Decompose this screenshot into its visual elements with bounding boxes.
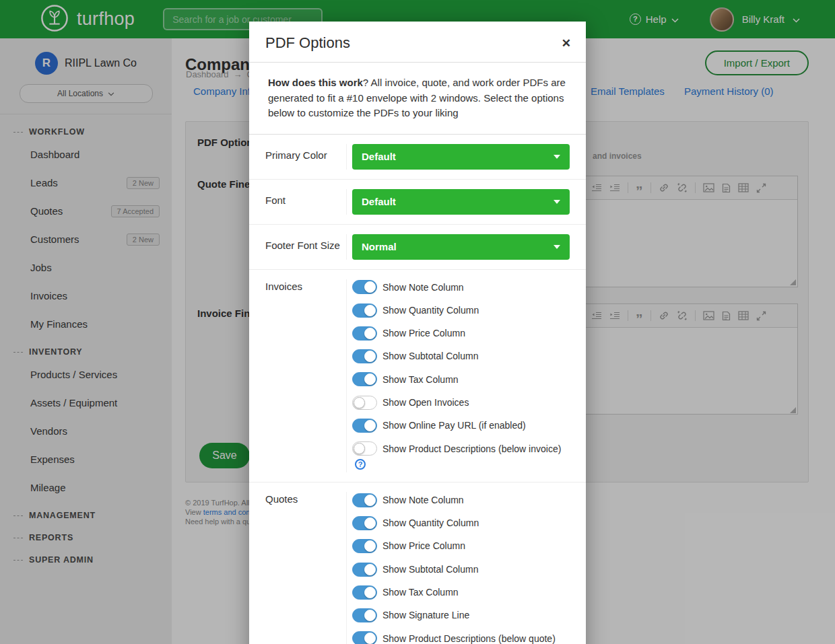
toggle-row: Show Note Column (352, 492, 570, 507)
toggle-knob (364, 564, 376, 575)
close-icon[interactable]: ✕ (562, 38, 571, 49)
toggle-switch[interactable] (352, 563, 377, 577)
font-select[interactable]: Default (352, 189, 570, 215)
toggle-row: Show Quantity Column (352, 515, 570, 530)
toggle-switch[interactable] (352, 585, 377, 600)
primary-color-row: Primary Color Default (249, 135, 586, 180)
toggle-knob (354, 397, 365, 408)
font-row: Font Default (249, 180, 586, 225)
toggle-label: Show Note Column (382, 282, 464, 293)
toggle-switch[interactable] (352, 631, 377, 644)
toggle-label: Show Quantity Column (382, 305, 479, 316)
quotes-row: Quotes Show Note Column Show Quantity Co… (249, 482, 586, 644)
toggle-row: Show Online Pay URL (if enabled) (352, 417, 570, 433)
toggle-label: Show Tax Column (382, 587, 459, 598)
toggle-switch[interactable] (352, 326, 377, 341)
toggle-knob (364, 328, 376, 339)
toggle-knob (364, 495, 376, 506)
modal-intro: How does this work? All invoice, quote, … (249, 63, 586, 135)
toggle-knob (364, 587, 376, 598)
footer-font-size-value: Normal (362, 241, 397, 252)
pdf-options-modal: PDF Options ✕ How does this work? All in… (249, 22, 586, 644)
font-label: Font (265, 189, 347, 215)
toggle-knob (364, 373, 376, 385)
toggle-row: Show Tax Column (352, 371, 570, 387)
toggle-switch[interactable] (352, 372, 377, 386)
toggle-label: Show Price Column (382, 541, 465, 552)
footer-font-size-label: Footer Font Size (265, 234, 347, 260)
toggle-knob (364, 281, 376, 293)
modal-title: PDF Options (265, 34, 350, 52)
invoices-toggle-list: Show Note Column Show Quantity Column Sh… (347, 279, 570, 472)
toggle-row: Show Product Descriptions (below invoice… (352, 441, 570, 471)
toggle-row: Show Price Column (352, 538, 570, 553)
toggle-label: Show Note Column (382, 495, 464, 505)
primary-color-select[interactable]: Default (352, 144, 570, 170)
toggle-row: Show Signature Line (352, 607, 570, 622)
quotes-label: Quotes (265, 492, 347, 644)
screen: turfhop ? Help Billy Kraft R RIIPL Lawn … (0, 0, 835, 644)
primary-color-label: Primary Color (265, 144, 347, 170)
toggle-label: Show Subtotal Column (382, 564, 478, 575)
invoices-row: Invoices Show Note Column Show Quantity … (249, 270, 586, 482)
toggle-label: Show Subtotal Column (382, 351, 478, 362)
toggle-label: Show Price Column (382, 328, 465, 338)
toggle-row: Show Price Column (352, 325, 570, 341)
toggle-knob (364, 517, 376, 529)
toggle-knob (364, 610, 376, 621)
toggle-switch[interactable] (352, 419, 377, 433)
toggle-label: Show Product Descriptions (below invoice… (382, 443, 561, 454)
toggle-row: Show Note Column (352, 279, 570, 295)
toggle-label: Show Open Invoices (382, 397, 469, 408)
toggle-switch[interactable] (352, 539, 377, 553)
toggle-label: Show Quantity Column (382, 517, 479, 528)
toggle-knob (364, 420, 376, 431)
toggle-row: Show Tax Column (352, 584, 570, 600)
toggle-switch[interactable] (352, 303, 377, 318)
toggle-knob (364, 305, 376, 316)
toggle-row: Show Product Descriptions (below quote) … (352, 631, 570, 644)
footer-font-size-row: Footer Font Size Normal (249, 225, 586, 270)
toggle-switch[interactable] (352, 349, 377, 363)
toggle-knob (354, 443, 365, 454)
toggle-row: Show Open Invoices (352, 394, 570, 410)
toggle-knob (364, 633, 376, 644)
toggle-label: Show Tax Column (382, 374, 459, 385)
font-value: Default (362, 196, 396, 207)
toggle-switch[interactable] (352, 396, 377, 410)
modal-header: PDF Options ✕ (249, 22, 586, 63)
toggle-row: Show Subtotal Column (352, 561, 570, 577)
toggle-switch[interactable] (352, 441, 377, 456)
chevron-down-icon (554, 155, 560, 159)
toggle-label: Show Signature Line (382, 610, 469, 621)
toggle-switch[interactable] (352, 493, 377, 507)
toggle-row: Show Quantity Column (352, 302, 570, 318)
toggle-row: Show Subtotal Column (352, 348, 570, 363)
toggle-knob (364, 540, 376, 552)
toggle-switch[interactable] (352, 608, 377, 622)
primary-color-value: Default (362, 151, 396, 162)
intro-bold: How does this work (268, 77, 363, 88)
chevron-down-icon (554, 245, 560, 249)
chevron-down-icon (554, 200, 560, 204)
toggle-switch[interactable] (352, 280, 377, 294)
toggle-knob (364, 351, 376, 362)
toggle-label: Show Product Descriptions (below quote) (382, 633, 556, 644)
help-icon[interactable]: ? (355, 459, 366, 470)
quotes-toggle-list: Show Note Column Show Quantity Column Sh… (347, 492, 570, 644)
toggle-switch[interactable] (352, 516, 377, 530)
invoices-label: Invoices (265, 279, 347, 472)
toggle-label: Show Online Pay URL (if enabled) (382, 421, 526, 431)
footer-font-size-select[interactable]: Normal (352, 234, 570, 260)
